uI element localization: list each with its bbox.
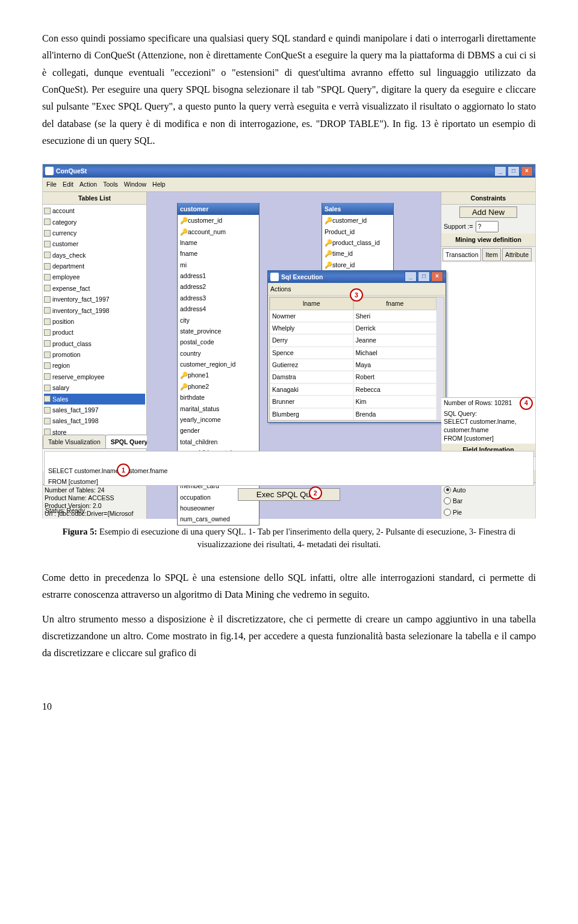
result-cell[interactable]: Rebecca [353, 383, 437, 395]
window-title: ConQueSt [56, 166, 87, 176]
field-item[interactable]: mi [178, 259, 259, 270]
sql-close-icon[interactable]: × [431, 271, 443, 282]
bottom-tab[interactable]: Table Visualization [43, 435, 106, 449]
field-item[interactable]: num_cars_owned [178, 513, 259, 524]
table-item[interactable]: expense_fact [44, 283, 145, 294]
field-item[interactable]: fname [178, 248, 259, 259]
maximize-icon[interactable]: □ [508, 166, 520, 176]
radio-pie[interactable] [444, 509, 451, 516]
add-new-button[interactable]: Add New [459, 206, 517, 218]
field-item[interactable]: 🔑phone2 [178, 381, 259, 392]
table-item[interactable]: account [44, 205, 145, 216]
result-cell[interactable]: Whelply [270, 322, 353, 334]
field-item[interactable]: lname [178, 237, 259, 248]
result-cell[interactable]: Sheri [353, 310, 437, 322]
field-item[interactable]: gender [178, 425, 259, 436]
field-item[interactable]: Product_id [322, 226, 393, 237]
result-cell[interactable]: Gutierrez [270, 359, 353, 371]
menu-action[interactable]: Action [79, 179, 97, 190]
field-item[interactable]: 🔑customer_id [178, 215, 259, 226]
table-item[interactable]: promotion [44, 349, 145, 360]
table-item[interactable]: Sales [44, 394, 145, 405]
menu-file[interactable]: File [46, 179, 57, 190]
menu-edit[interactable]: Edit [63, 179, 73, 190]
results-grid[interactable]: lnamefnameNowmerSheriWhelplyDerrickDerry… [269, 297, 444, 421]
result-cell[interactable]: Maya [353, 359, 437, 371]
table-item[interactable]: days_check [44, 250, 145, 261]
support-input[interactable] [476, 221, 499, 232]
field-item[interactable]: 🔑phone1 [178, 370, 259, 380]
field-item[interactable]: address2 [178, 281, 259, 292]
result-cell[interactable]: Nowmer [270, 310, 353, 322]
support-label: Support := [444, 221, 473, 232]
table-item[interactable]: position [44, 316, 145, 327]
sql-min-icon[interactable]: _ [405, 271, 417, 282]
menu-tools[interactable]: Tools [103, 179, 118, 190]
field-item[interactable]: 🔑time_id [322, 248, 393, 259]
exec-spql-button[interactable]: Exec SPQL Query [238, 488, 340, 501]
result-cell[interactable]: Kanagaki [270, 383, 353, 395]
table-item[interactable]: category [44, 217, 145, 228]
table-item[interactable]: product [44, 327, 145, 338]
mv-tab[interactable]: Item [482, 248, 500, 261]
customer-table-header[interactable]: customer [178, 203, 259, 215]
field-item[interactable]: total_children [178, 436, 259, 447]
field-item[interactable]: customer_region_id [178, 359, 259, 370]
result-cell[interactable]: Blumberg [270, 408, 353, 420]
table-item[interactable]: employee [44, 271, 145, 282]
mv-tab[interactable]: Transaction [443, 248, 481, 261]
table-item[interactable]: department [44, 261, 145, 271]
annotation-4: 4 [520, 397, 533, 410]
menu-help[interactable]: Help [152, 179, 166, 190]
field-item[interactable]: city [178, 315, 259, 326]
field-item[interactable]: address3 [178, 293, 259, 303]
table-item[interactable]: sales_fact_1998 [44, 415, 145, 426]
table-item[interactable]: inventory_fact_1998 [44, 305, 145, 316]
field-item[interactable]: marital_status [178, 403, 259, 414]
sql-max-icon[interactable]: □ [418, 271, 430, 282]
table-item[interactable]: customer [44, 238, 145, 249]
mv-tab[interactable]: Attribute [502, 248, 532, 261]
sales-table-header[interactable]: Sales [322, 203, 393, 215]
result-cell[interactable]: Brunner [270, 395, 353, 408]
result-cell[interactable]: Robert [353, 371, 437, 383]
result-cell[interactable]: Michael [353, 347, 437, 359]
field-item[interactable]: state_province [178, 326, 259, 336]
close-icon[interactable]: × [521, 166, 533, 176]
result-cell[interactable]: Kim [353, 395, 437, 408]
column-header-lname[interactable]: lname [270, 297, 353, 309]
minimize-icon[interactable]: _ [494, 166, 506, 176]
table-item[interactable]: inventory_fact_1997 [44, 294, 145, 305]
annotation-3: 3 [350, 288, 363, 302]
result-cell[interactable]: Derry [270, 334, 353, 346]
result-cell[interactable]: Jeanne [353, 334, 437, 346]
main-window-titlebar[interactable]: ConQueSt _ □ × [43, 164, 535, 178]
field-item[interactable]: 🔑store_id [322, 259, 393, 270]
table-item[interactable]: region [44, 360, 145, 371]
menu-window[interactable]: Window [124, 179, 146, 190]
result-cell[interactable]: Spence [270, 347, 353, 359]
field-item[interactable]: country [178, 348, 259, 359]
result-cell[interactable]: Brenda [353, 408, 437, 420]
field-item[interactable]: 🔑product_class_id [322, 237, 393, 248]
field-item[interactable]: postal_code [178, 336, 259, 347]
tables-list[interactable]: accountcategorycurrencycustomerdays_chec… [43, 205, 146, 471]
field-item[interactable]: address4 [178, 303, 259, 314]
field-item[interactable]: 🔑account_num [178, 226, 259, 237]
field-item[interactable]: yearly_income [178, 414, 259, 425]
field-item[interactable]: 🔑customer_id [322, 215, 393, 226]
table-item[interactable]: reserve_employee [44, 371, 145, 382]
field-item[interactable]: address1 [178, 270, 259, 281]
field-item[interactable]: houseowner [178, 503, 259, 513]
page-number: 10 [42, 698, 536, 715]
field-item[interactable]: birthdate [178, 392, 259, 403]
column-header-fname[interactable]: fname [353, 297, 437, 309]
result-cell[interactable]: Damstra [270, 371, 353, 383]
spql-query-textarea[interactable]: SELECT customer.lname, customer.fname FR… [44, 451, 534, 486]
result-cell[interactable]: Derrick [353, 322, 437, 334]
bottom-tab[interactable]: SPQL Query [105, 435, 154, 449]
table-item[interactable]: salary [44, 382, 145, 393]
table-item[interactable]: product_class [44, 338, 145, 349]
table-item[interactable]: sales_fact_1997 [44, 405, 145, 415]
table-item[interactable]: currency [44, 228, 145, 238]
